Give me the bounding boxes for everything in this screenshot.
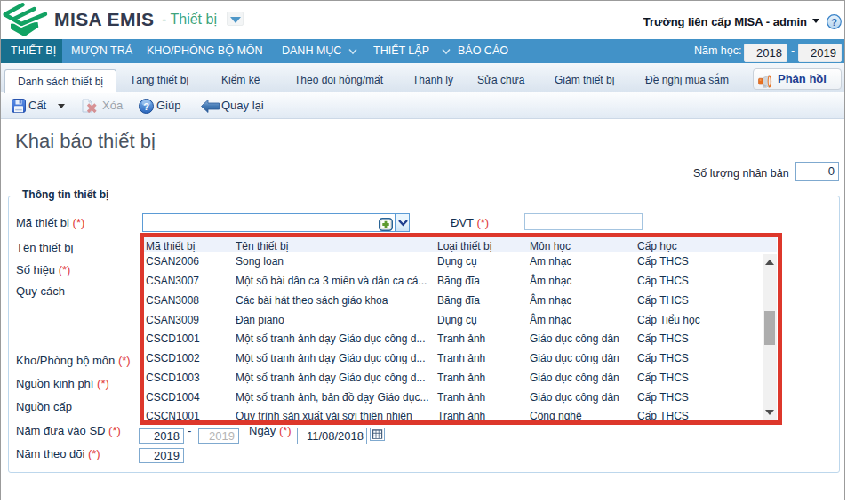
svg-text:?: ? — [831, 17, 837, 28]
svg-text:?: ? — [143, 101, 149, 112]
